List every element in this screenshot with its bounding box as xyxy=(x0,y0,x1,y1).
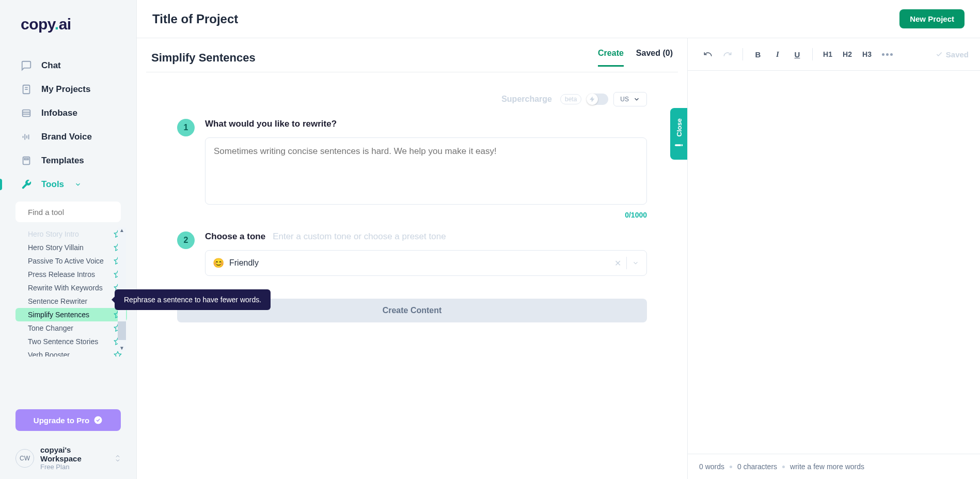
h3-button[interactable]: H3 xyxy=(858,45,876,63)
tool-title: Simplify Sentences xyxy=(151,51,256,65)
nav-label: Brand Voice xyxy=(41,132,92,142)
workspace-name: copyai's Workspace xyxy=(40,445,108,463)
underline-button[interactable]: U xyxy=(788,45,806,63)
supercharge-label: Supercharge xyxy=(501,95,552,104)
scroll-up-icon[interactable]: ▲ xyxy=(119,227,124,234)
tone-select[interactable]: 😊 Friendly ✕ xyxy=(205,250,647,276)
tool-label: Press Release Intros xyxy=(28,270,95,279)
nav-label: Chat xyxy=(41,60,61,71)
char-count: 0 characters xyxy=(737,462,777,471)
active-indicator xyxy=(0,179,2,190)
nav-chat[interactable]: Chat xyxy=(15,54,121,78)
upgrade-label: Upgrade to Pro xyxy=(34,416,89,425)
more-button[interactable] xyxy=(878,53,897,56)
tool-item-press-release[interactable]: Press Release Intros xyxy=(15,268,127,281)
tool-label: Verb Booster xyxy=(28,351,70,357)
supercharge-toggle[interactable] xyxy=(587,94,608,105)
chevron-down-icon[interactable] xyxy=(632,259,639,267)
tool-item-two-sentence[interactable]: Two Sentence Stories xyxy=(15,335,127,348)
footer-hint: write a few more words xyxy=(790,462,864,471)
tool-label: Simplify Sentences xyxy=(28,311,89,319)
lang-label: US xyxy=(620,96,629,103)
template-icon xyxy=(21,155,32,166)
clear-tone-icon[interactable]: ✕ xyxy=(614,258,621,268)
nav-infobase[interactable]: Infobase xyxy=(15,101,121,125)
main-nav: Chat My Projects Infobase Brand Voice Te… xyxy=(0,54,136,196)
svg-point-24 xyxy=(94,416,102,424)
scrollbar-thumb[interactable] xyxy=(118,321,126,340)
h1-button[interactable]: H1 xyxy=(819,45,836,63)
tool-label: Hero Story Villain xyxy=(28,243,84,252)
nav-label: My Projects xyxy=(41,84,90,95)
nav-brand-voice[interactable]: Brand Voice xyxy=(15,125,121,149)
tool-label: Sentence Rewriter xyxy=(28,297,87,305)
close-panel-tab[interactable]: Close xyxy=(670,108,688,160)
svg-rect-11 xyxy=(24,158,28,160)
nav-label: Infobase xyxy=(41,108,77,118)
tool-search[interactable] xyxy=(15,202,121,222)
wrench-icon xyxy=(21,179,32,190)
project-title[interactable]: Title of Project xyxy=(152,12,238,26)
language-select[interactable]: US xyxy=(613,92,647,106)
nav-my-projects[interactable]: My Projects xyxy=(15,78,121,101)
chat-icon xyxy=(21,60,32,71)
workspace-plan: Free Plan xyxy=(40,463,108,471)
tab-create[interactable]: Create xyxy=(598,49,624,67)
editor-panel: B I U H1 H2 H3 Saved 0 words xyxy=(688,38,980,479)
check-icon xyxy=(936,51,943,58)
editor-footer: 0 words 0 characters write a few more wo… xyxy=(688,454,980,479)
tool-label: Two Sentence Stories xyxy=(28,337,98,346)
workspace-switcher[interactable]: CW copyai's Workspace Free Plan xyxy=(0,437,136,479)
tab-saved[interactable]: Saved (0) xyxy=(636,49,673,67)
updown-icon xyxy=(115,454,121,462)
scroll-down-icon[interactable]: ▼ xyxy=(119,345,124,351)
tool-item-passive-active[interactable]: Passive To Active Voice xyxy=(15,254,127,268)
redo-button[interactable] xyxy=(719,45,736,63)
nav-tools[interactable]: Tools xyxy=(15,173,121,196)
upgrade-button[interactable]: Upgrade to Pro xyxy=(15,409,121,431)
bolt-icon xyxy=(589,96,595,102)
tool-label: Passive To Active Voice xyxy=(28,257,104,265)
star-icon[interactable] xyxy=(114,351,122,357)
nav-label: Tools xyxy=(41,179,64,190)
chevron-down-icon xyxy=(633,96,640,103)
badge-icon xyxy=(93,415,103,425)
tool-item-rewrite-keywords[interactable]: Rewrite With Keywords xyxy=(15,281,127,295)
topbar: Title of Project New Project xyxy=(137,0,980,38)
avatar: CW xyxy=(15,449,34,468)
tool-item-verb-booster[interactable]: Verb Booster xyxy=(15,348,127,357)
undo-button[interactable] xyxy=(699,45,717,63)
close-label: Close xyxy=(675,118,683,136)
logo: copy.ai xyxy=(0,0,136,54)
word-count: 0 words xyxy=(699,462,724,471)
step-1-title: What would you like to rewrite? xyxy=(205,119,647,129)
saved-indicator: Saved xyxy=(936,50,969,59)
rewrite-textarea[interactable] xyxy=(205,137,647,205)
tool-label: Tone Changer xyxy=(28,324,73,332)
pencil-icon xyxy=(673,139,685,151)
h2-button[interactable]: H2 xyxy=(839,45,856,63)
tool-item-sentence-rewriter[interactable]: Sentence Rewriter xyxy=(15,295,127,308)
svg-rect-3 xyxy=(23,110,30,117)
editor-body[interactable] xyxy=(688,71,980,454)
tool-item-hero-story-intro[interactable]: Hero Story Intro xyxy=(15,227,127,241)
sidebar: copy.ai Chat My Projects Infobase Brand … xyxy=(0,0,137,479)
nav-label: Templates xyxy=(41,156,84,166)
tool-item-hero-story-villain[interactable]: Hero Story Villain xyxy=(15,241,127,254)
search-input[interactable] xyxy=(28,208,126,217)
database-icon xyxy=(21,107,32,119)
redo-icon xyxy=(723,50,732,59)
bold-button[interactable]: B xyxy=(749,45,767,63)
tone-value: Friendly xyxy=(229,258,259,268)
new-project-button[interactable]: New Project xyxy=(899,9,965,28)
tool-item-simplify-sentences[interactable]: Simplify Sentences xyxy=(15,308,127,321)
nav-templates[interactable]: Templates xyxy=(15,149,121,173)
step-1-badge: 1 xyxy=(177,119,195,136)
char-counter: 0/1000 xyxy=(205,211,647,219)
tone-emoji-icon: 😊 xyxy=(213,257,224,269)
italic-button[interactable]: I xyxy=(769,45,786,63)
form-panel: Simplify Sentences Create Saved (0) Supe… xyxy=(137,38,688,479)
tooltip: Rephrase a sentence to have fewer words. xyxy=(115,289,271,310)
tool-label: Rewrite With Keywords xyxy=(28,284,103,292)
tool-item-tone-changer[interactable]: Tone Changer xyxy=(15,321,127,335)
